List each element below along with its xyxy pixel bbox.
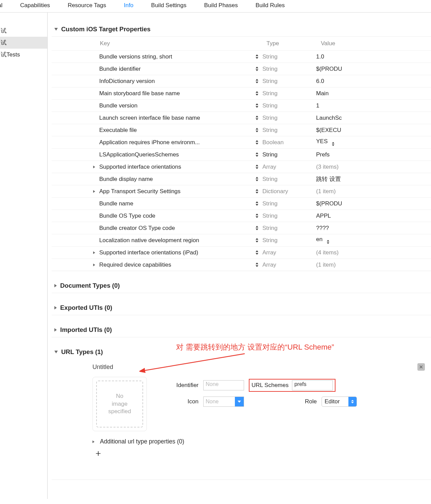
plist-key: Bundle name (99, 200, 133, 207)
identifier-input[interactable]: None (203, 380, 244, 390)
plist-key: Bundle display name (99, 176, 153, 183)
plist-type: String (262, 151, 316, 158)
plist-value: $(PRODU (316, 66, 342, 72)
key-stepper[interactable] (255, 140, 260, 145)
target-item[interactable]: 试Tests (0, 49, 47, 61)
plist-row[interactable]: Main storyboard file base nameStringMain (52, 87, 431, 99)
dropdown-button[interactable] (235, 397, 244, 406)
tab-build-phases[interactable]: Build Phases (204, 2, 238, 9)
key-stepper[interactable] (255, 54, 260, 60)
value-stepper[interactable] (326, 239, 331, 244)
plist-value: ???? (316, 225, 329, 232)
target-list: 试 试 试Tests (0, 13, 48, 499)
url-schemes-input[interactable]: prefs (292, 380, 333, 390)
plist-row[interactable]: Bundle creator OS Type codeString???? (52, 222, 431, 234)
plist-row[interactable]: Bundle versionString1 (52, 99, 431, 112)
key-stepper[interactable] (255, 201, 260, 206)
plist-row[interactable]: Launch screen interface file base nameSt… (52, 112, 431, 124)
plist-row[interactable]: Localization native development regionSt… (52, 234, 431, 246)
key-stepper[interactable] (255, 189, 260, 194)
plist-type: String (262, 53, 316, 60)
key-stepper[interactable] (255, 225, 260, 231)
chevron-down-icon (54, 28, 58, 31)
tab-general[interactable]: al (0, 2, 2, 9)
plist-value: en (316, 236, 331, 245)
plist-type: String (262, 213, 316, 219)
icon-image-well[interactable]: No image specified (92, 377, 147, 431)
x-icon: ✕ (419, 364, 423, 370)
key-stepper[interactable] (255, 177, 260, 182)
delete-button[interactable]: ✕ (417, 363, 425, 371)
plist-row[interactable]: Bundle identifierString$(PRODU (52, 63, 431, 75)
plist-value: (3 items) (316, 164, 339, 170)
key-stepper[interactable] (255, 213, 260, 219)
section-exported-utis[interactable]: Exported UTIs (0) (52, 301, 431, 315)
add-button[interactable]: ＋ (92, 445, 431, 459)
key-stepper[interactable] (255, 128, 260, 133)
url-schemes-label: URL Schemes (252, 382, 289, 389)
plist-value: 跳转 设置 (316, 175, 341, 183)
role-popup[interactable]: Editor (322, 397, 357, 407)
tab-build-settings[interactable]: Build Settings (151, 2, 187, 9)
chevron-right-icon (93, 166, 95, 168)
plist-type: Array (262, 164, 316, 170)
plist-row[interactable]: Bundle versions string, shortString1.0 (52, 50, 431, 63)
plist-row[interactable]: App Transport Security SettingsDictionar… (52, 185, 431, 197)
annotation-highlight: URL Schemes prefs (249, 379, 335, 392)
tab-capabilities[interactable]: Capabilities (20, 2, 50, 9)
value-stepper[interactable] (331, 141, 336, 146)
plist-header-row: Key Type Value (52, 37, 431, 50)
plist-row[interactable]: Bundle nameString$(PRODU (52, 197, 431, 209)
key-stepper[interactable] (255, 250, 260, 255)
key-stepper[interactable] (255, 238, 260, 243)
popup-button[interactable] (348, 397, 357, 406)
identifier-label: Identifier (160, 382, 199, 389)
plist-type: String (262, 66, 316, 72)
tab-info[interactable]: Info (124, 2, 133, 9)
url-type-title: Untitled (92, 364, 113, 371)
key-stepper[interactable] (255, 91, 260, 96)
section-imported-utis[interactable]: Imported UTIs (0) (52, 323, 431, 337)
chevron-right-icon (92, 440, 94, 443)
plist-key: Executable file (99, 127, 137, 134)
plist-row[interactable]: Application requires iPhone environm...B… (52, 136, 431, 148)
plist-row[interactable]: Bundle OS Type codeStringAPPL (52, 209, 431, 222)
tab-build-rules[interactable]: Build Rules (256, 2, 285, 9)
role-value: Editor (322, 398, 348, 405)
plist-type: String (262, 200, 316, 207)
plist-row[interactable]: LSApplicationQueriesSchemesStringPrefs (52, 148, 431, 161)
plist-row[interactable]: Bundle display nameString跳转 设置 (52, 173, 431, 185)
target-item[interactable]: 试 (0, 37, 47, 49)
plist-key: Required device capabilities (99, 262, 171, 268)
plist-row[interactable]: Supported interface orientations (iPad)A… (52, 246, 431, 258)
key-stepper[interactable] (255, 164, 260, 170)
plist-value: YES (316, 138, 336, 147)
key-stepper[interactable] (255, 152, 260, 157)
chevron-down-icon (54, 351, 58, 353)
target-item[interactable]: 试 (0, 25, 47, 37)
plist-row[interactable]: InfoDictionary versionString6.0 (52, 75, 431, 87)
plist-type: Array (262, 262, 316, 268)
plist-value: APPL (316, 213, 331, 219)
plist-row[interactable]: Supported interface orientationsArray(3 … (52, 161, 431, 173)
plist-row[interactable]: Required device capabilitiesArray(1 item… (52, 258, 431, 271)
section-document-types[interactable]: Document Types (0) (52, 279, 431, 293)
plist-value: Prefs (316, 151, 330, 158)
key-stepper[interactable] (255, 66, 260, 72)
key-stepper[interactable] (255, 79, 260, 84)
key-stepper[interactable] (255, 103, 260, 108)
plist-type: String (262, 115, 316, 121)
plist-value: $(PRODU (316, 200, 342, 207)
key-stepper[interactable] (255, 115, 260, 121)
chevron-right-icon (54, 328, 57, 332)
icon-combobox[interactable]: None (203, 397, 244, 407)
additional-properties[interactable]: Additional url type properties (0) (92, 431, 431, 445)
section-title: Exported UTIs (0) (60, 304, 112, 312)
plist-row[interactable]: Executable fileString$(EXECU (52, 124, 431, 136)
column-value: Value (321, 40, 335, 47)
role-label: Role (256, 398, 317, 405)
plist-key: Supported interface orientations (iPad) (99, 249, 198, 256)
tab-resource-tags[interactable]: Resource Tags (68, 2, 106, 9)
section-custom-properties[interactable]: Custom iOS Target Properties (52, 23, 431, 37)
key-stepper[interactable] (255, 262, 260, 268)
